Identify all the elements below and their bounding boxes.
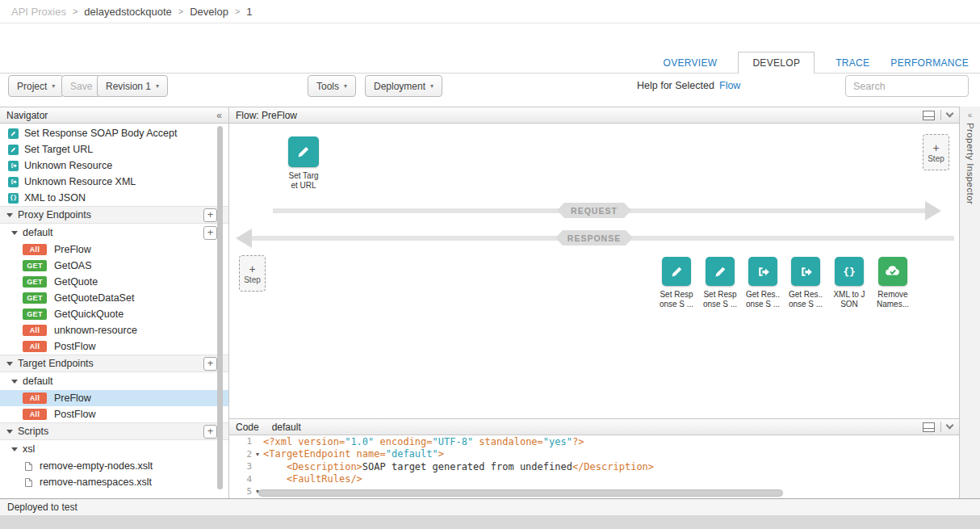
method-badge: GET [23, 260, 47, 271]
request-arrow-icon [925, 201, 941, 220]
fold-caret-icon[interactable]: ▾ [252, 451, 263, 458]
add-proxy-flow-button[interactable]: + [203, 226, 217, 240]
panel-layout-icon[interactable] [923, 422, 935, 432]
step-label: Set Target URL [288, 171, 318, 191]
flow-label: PostFlow [54, 409, 95, 420]
add-target-endpoint-button[interactable]: + [203, 357, 217, 371]
script-file-label: remove-namespaces.xslt [40, 477, 152, 488]
tools-menu-button[interactable]: Tools ▾ [308, 75, 356, 97]
collapse-navigator-icon[interactable]: « [216, 110, 222, 121]
nav-proxy-getquotedataset[interactable]: GET GetQuoteDataSet [0, 290, 228, 306]
navigator-scrollbar[interactable] [217, 126, 223, 489]
code-editor[interactable]: 1 <?xml version="1.0" encoding="UTF-8" s… [229, 435, 959, 498]
add-request-step-button[interactable]: + Step [923, 134, 949, 170]
target-endpoint-default[interactable]: default [0, 372, 228, 390]
policy-label: Set Target URL [24, 144, 93, 155]
nav-proxy-postflow[interactable]: All PostFlow [0, 338, 228, 355]
breadcrumb-item-revision[interactable]: 1 [246, 6, 252, 18]
search-input[interactable] [845, 75, 969, 97]
policy-item-unknown-resource-xml[interactable]: Unknown Resource XML [0, 174, 228, 190]
endpoint-group-label: default [23, 376, 53, 387]
breadcrumb-item-api-proxies[interactable]: API Proxies [11, 6, 66, 18]
policy-item-set-target-url[interactable]: Set Target URL [0, 141, 228, 157]
step-label: RemoveNames... [877, 290, 909, 309]
navigator-panel: Set Response SOAP Body Accept Set Target… [0, 124, 228, 498]
breadcrumb-item-proxy-name[interactable]: delayedstockquote [84, 6, 171, 18]
copy-arrow-icon [748, 257, 777, 286]
nav-proxy-getquote[interactable]: GET GetQuote [0, 274, 228, 290]
section-scripts[interactable]: Scripts + [0, 422, 228, 440]
flow-panel-title: Flow: PreFlow [236, 110, 297, 121]
project-menu-button[interactable]: Project ▾ [8, 75, 64, 97]
section-proxy-endpoints[interactable]: Proxy Endpoints + [0, 206, 228, 224]
response-arrow-icon [236, 229, 252, 248]
expand-property-inspector-icon[interactable]: « [968, 111, 973, 120]
revision-menu-button[interactable]: Revision 1 ▾ [97, 75, 168, 97]
deployment-menu-label: Deployment [374, 81, 425, 92]
breadcrumb-separator: > [73, 6, 77, 16]
response-step-set-response-soap-1[interactable]: Set Response S ... [652, 257, 701, 309]
save-button[interactable]: Save [61, 75, 101, 97]
script-file-remove-namespaces[interactable]: remove-namespaces.xslt [0, 474, 228, 490]
response-step-get-response-2[interactable]: Get Res..onse S ... [781, 257, 830, 309]
flow-inspector-divider[interactable] [959, 107, 960, 498]
collapse-flow-panel-icon[interactable] [946, 110, 954, 118]
panel-layout-icon[interactable] [923, 111, 935, 120]
caret-down-icon [6, 213, 13, 217]
proxy-endpoint-default[interactable]: default + [0, 224, 228, 241]
policy-label: XML to JSON [24, 192, 86, 204]
code-line: 2 ▾ <TargetEndpoint name="default"> [229, 448, 959, 461]
deployment-menu-button[interactable]: Deployment ▾ [365, 75, 442, 97]
add-proxy-endpoint-button[interactable]: + [203, 208, 217, 222]
add-response-step-button[interactable]: + Step [239, 255, 266, 292]
endpoint-group-label: default [23, 227, 53, 238]
policy-label: Unknown Resource [24, 160, 112, 171]
collapse-code-panel-icon[interactable] [946, 422, 954, 430]
nav-target-preflow-selected[interactable]: All PreFlow [0, 390, 228, 406]
navigator-flow-divider[interactable] [228, 107, 229, 498]
save-button-label: Save [70, 81, 92, 92]
flow-label: GetOAS [54, 260, 92, 271]
policy-item-unknown-resource[interactable]: Unknown Resource [0, 157, 228, 174]
response-step-set-response-soap-2[interactable]: Set Response S ... [696, 257, 744, 309]
add-icon: + [932, 142, 939, 153]
help-selected-flow-link[interactable]: Flow [719, 80, 740, 91]
response-step-remove-namespaces[interactable]: RemoveNames... [869, 257, 917, 309]
property-inspector-strip[interactable]: « Property Inspector [960, 107, 980, 498]
nav-proxy-getoas[interactable]: GET GetOAS [0, 258, 228, 274]
policy-item-xml-to-json[interactable]: {} XML to JSON [0, 190, 228, 206]
line-number: 3 [229, 461, 252, 472]
header-icon-divider [940, 110, 941, 120]
nav-proxy-unknown-resource[interactable]: All unknown-resource [0, 322, 228, 338]
policy-item-set-response-soap-body-accept[interactable]: Set Response SOAP Body Accept [0, 125, 228, 141]
request-label-badge: REQUEST [557, 203, 631, 218]
step-label: Get Res..onse S ... [789, 290, 823, 309]
breadcrumb: API Proxies > delayedstockquote > Develo… [0, 0, 980, 23]
nav-target-postflow[interactable]: All PostFlow [0, 406, 228, 422]
response-step-get-response-1[interactable]: Get Res..onse S ... [739, 257, 787, 309]
step-label: Set Response S ... [703, 290, 737, 309]
tab-trace[interactable]: TRACE [836, 57, 869, 69]
code-panel-header: Code default [229, 418, 959, 435]
code-horizontal-scrollbar[interactable] [258, 489, 783, 497]
xml-to-json-policy-icon: {} [8, 193, 19, 204]
nav-proxy-preflow[interactable]: All PreFlow [0, 241, 228, 258]
breadcrumb-separator: > [178, 6, 183, 16]
tab-performance[interactable]: PERFORMANCE [890, 57, 969, 69]
flow-label: unknown-resource [54, 325, 137, 336]
tab-overview[interactable]: OVERVIEW [664, 57, 718, 69]
script-file-remove-empty-nodes[interactable]: remove-empty-nodes.xslt [0, 458, 228, 474]
help-for-selected-label: Help for Selected [637, 80, 714, 91]
add-script-button[interactable]: + [203, 425, 217, 439]
tab-develop[interactable]: DEVELOP [738, 52, 815, 73]
caret-down-icon [11, 447, 18, 451]
script-group-xsl[interactable]: xsl [0, 440, 228, 458]
breadcrumb-item-develop[interactable]: Develop [190, 6, 228, 18]
section-target-endpoints[interactable]: Target Endpoints + [0, 355, 228, 372]
method-badge: All [23, 393, 47, 404]
line-number: 4 [229, 474, 252, 485]
assign-message-policy-icon [8, 128, 19, 139]
request-step-set-target-url[interactable]: Set Target URL [279, 136, 328, 191]
response-step-xml-to-json[interactable]: {} XML to JSON [825, 257, 873, 309]
nav-proxy-getquickquote[interactable]: GET GetQuickQuote [0, 306, 228, 322]
